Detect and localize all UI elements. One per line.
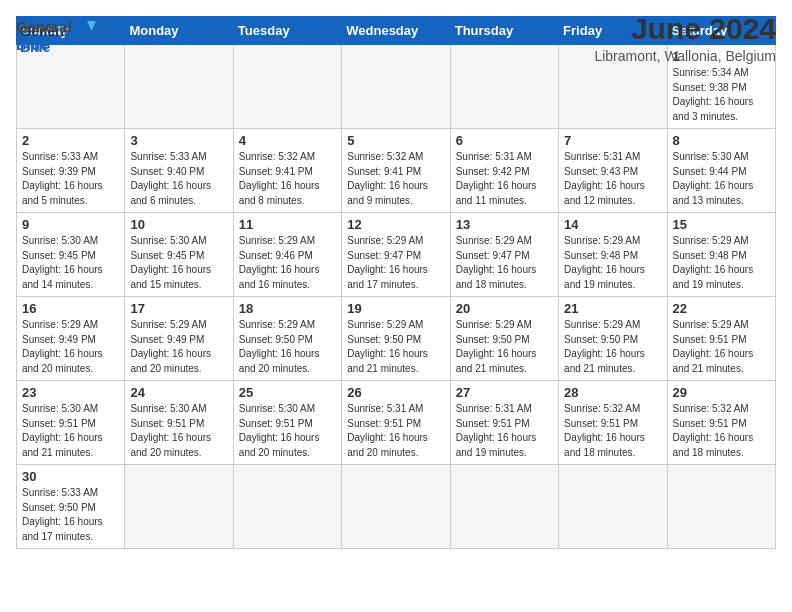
- calendar-cell: [125, 465, 233, 549]
- day-info: Sunrise: 5:29 AMSunset: 9:47 PMDaylight:…: [347, 234, 444, 292]
- day-info: Sunrise: 5:32 AMSunset: 9:41 PMDaylight:…: [239, 150, 336, 208]
- day-info: Sunrise: 5:30 AMSunset: 9:51 PMDaylight:…: [130, 402, 227, 460]
- calendar-cell: [559, 465, 667, 549]
- day-info: Sunrise: 5:29 AMSunset: 9:50 PMDaylight:…: [564, 318, 661, 376]
- calendar-cell: 30Sunrise: 5:33 AMSunset: 9:50 PMDayligh…: [17, 465, 125, 549]
- calendar-cell: 4Sunrise: 5:32 AMSunset: 9:41 PMDaylight…: [233, 129, 341, 213]
- day-info: Sunrise: 5:30 AMSunset: 9:45 PMDaylight:…: [22, 234, 119, 292]
- header-day-thursday: Thursday: [450, 17, 558, 45]
- day-number: 15: [673, 217, 770, 232]
- calendar-cell: 19Sunrise: 5:29 AMSunset: 9:50 PMDayligh…: [342, 297, 450, 381]
- calendar-cell: 11Sunrise: 5:29 AMSunset: 9:46 PMDayligh…: [233, 213, 341, 297]
- calendar-cell: [233, 45, 341, 129]
- day-number: 23: [22, 385, 119, 400]
- day-number: 2: [22, 133, 119, 148]
- day-info: Sunrise: 5:29 AMSunset: 9:49 PMDaylight:…: [22, 318, 119, 376]
- day-number: 24: [130, 385, 227, 400]
- day-info: Sunrise: 5:33 AMSunset: 9:39 PMDaylight:…: [22, 150, 119, 208]
- svg-text:General: General: [16, 18, 72, 35]
- day-info: Sunrise: 5:29 AMSunset: 9:46 PMDaylight:…: [239, 234, 336, 292]
- day-number: 6: [456, 133, 553, 148]
- calendar-cell: 20Sunrise: 5:29 AMSunset: 9:50 PMDayligh…: [450, 297, 558, 381]
- day-info: Sunrise: 5:32 AMSunset: 9:51 PMDaylight:…: [673, 402, 770, 460]
- day-info: Sunrise: 5:29 AMSunset: 9:49 PMDaylight:…: [130, 318, 227, 376]
- calendar-cell: 12Sunrise: 5:29 AMSunset: 9:47 PMDayligh…: [342, 213, 450, 297]
- day-number: 21: [564, 301, 661, 316]
- calendar-cell: [342, 465, 450, 549]
- day-info: Sunrise: 5:34 AMSunset: 9:38 PMDaylight:…: [673, 66, 770, 124]
- day-number: 29: [673, 385, 770, 400]
- calendar-cell: 17Sunrise: 5:29 AMSunset: 9:49 PMDayligh…: [125, 297, 233, 381]
- day-info: Sunrise: 5:29 AMSunset: 9:48 PMDaylight:…: [564, 234, 661, 292]
- day-info: Sunrise: 5:32 AMSunset: 9:51 PMDaylight:…: [564, 402, 661, 460]
- header-day-monday: Monday: [125, 17, 233, 45]
- day-info: Sunrise: 5:30 AMSunset: 9:51 PMDaylight:…: [239, 402, 336, 460]
- day-number: 12: [347, 217, 444, 232]
- day-info: Sunrise: 5:31 AMSunset: 9:42 PMDaylight:…: [456, 150, 553, 208]
- calendar-cell: 27Sunrise: 5:31 AMSunset: 9:51 PMDayligh…: [450, 381, 558, 465]
- calendar-cell: 8Sunrise: 5:30 AMSunset: 9:44 PMDaylight…: [667, 129, 775, 213]
- day-info: Sunrise: 5:31 AMSunset: 9:43 PMDaylight:…: [564, 150, 661, 208]
- day-info: Sunrise: 5:29 AMSunset: 9:50 PMDaylight:…: [239, 318, 336, 376]
- logo-svg: General Blue: [16, 14, 96, 58]
- day-number: 27: [456, 385, 553, 400]
- svg-marker-11: [87, 21, 96, 31]
- svg-text:Blue: Blue: [16, 36, 49, 53]
- calendar-cell: 25Sunrise: 5:30 AMSunset: 9:51 PMDayligh…: [233, 381, 341, 465]
- day-number: 13: [456, 217, 553, 232]
- day-number: 28: [564, 385, 661, 400]
- calendar-cell: 6Sunrise: 5:31 AMSunset: 9:42 PMDaylight…: [450, 129, 558, 213]
- calendar-cell: 15Sunrise: 5:29 AMSunset: 9:48 PMDayligh…: [667, 213, 775, 297]
- calendar-cell: 22Sunrise: 5:29 AMSunset: 9:51 PMDayligh…: [667, 297, 775, 381]
- main-title: June 2024: [594, 12, 776, 46]
- day-info: Sunrise: 5:30 AMSunset: 9:45 PMDaylight:…: [130, 234, 227, 292]
- day-number: 17: [130, 301, 227, 316]
- title-block: June 2024 Libramont, Wallonia, Belgium: [594, 12, 776, 64]
- calendar-cell: [667, 465, 775, 549]
- calendar-table: SundayMondayTuesdayWednesdayThursdayFrid…: [16, 16, 776, 549]
- day-number: 19: [347, 301, 444, 316]
- logo-container: General Blue: [16, 14, 96, 62]
- day-number: 14: [564, 217, 661, 232]
- calendar-cell: 23Sunrise: 5:30 AMSunset: 9:51 PMDayligh…: [17, 381, 125, 465]
- calendar-cell: [450, 465, 558, 549]
- day-info: Sunrise: 5:29 AMSunset: 9:51 PMDaylight:…: [673, 318, 770, 376]
- calendar-cell: 14Sunrise: 5:29 AMSunset: 9:48 PMDayligh…: [559, 213, 667, 297]
- day-number: 18: [239, 301, 336, 316]
- calendar-cell: 18Sunrise: 5:29 AMSunset: 9:50 PMDayligh…: [233, 297, 341, 381]
- day-number: 7: [564, 133, 661, 148]
- calendar-cell: 26Sunrise: 5:31 AMSunset: 9:51 PMDayligh…: [342, 381, 450, 465]
- header-day-tuesday: Tuesday: [233, 17, 341, 45]
- calendar-cell: 5Sunrise: 5:32 AMSunset: 9:41 PMDaylight…: [342, 129, 450, 213]
- week-row-6: 30Sunrise: 5:33 AMSunset: 9:50 PMDayligh…: [17, 465, 776, 549]
- calendar-cell: 16Sunrise: 5:29 AMSunset: 9:49 PMDayligh…: [17, 297, 125, 381]
- day-info: Sunrise: 5:33 AMSunset: 9:40 PMDaylight:…: [130, 150, 227, 208]
- day-number: 16: [22, 301, 119, 316]
- day-number: 22: [673, 301, 770, 316]
- day-number: 4: [239, 133, 336, 148]
- week-row-5: 23Sunrise: 5:30 AMSunset: 9:51 PMDayligh…: [17, 381, 776, 465]
- calendar-cell: 10Sunrise: 5:30 AMSunset: 9:45 PMDayligh…: [125, 213, 233, 297]
- day-number: 8: [673, 133, 770, 148]
- day-number: 26: [347, 385, 444, 400]
- day-number: 30: [22, 469, 119, 484]
- calendar-cell: [233, 465, 341, 549]
- calendar-cell: 7Sunrise: 5:31 AMSunset: 9:43 PMDaylight…: [559, 129, 667, 213]
- calendar-cell: 9Sunrise: 5:30 AMSunset: 9:45 PMDaylight…: [17, 213, 125, 297]
- week-row-3: 9Sunrise: 5:30 AMSunset: 9:45 PMDaylight…: [17, 213, 776, 297]
- calendar-cell: 21Sunrise: 5:29 AMSunset: 9:50 PMDayligh…: [559, 297, 667, 381]
- calendar-cell: 24Sunrise: 5:30 AMSunset: 9:51 PMDayligh…: [125, 381, 233, 465]
- location-subtitle: Libramont, Wallonia, Belgium: [594, 48, 776, 64]
- day-number: 25: [239, 385, 336, 400]
- calendar-cell: 3Sunrise: 5:33 AMSunset: 9:40 PMDaylight…: [125, 129, 233, 213]
- day-info: Sunrise: 5:29 AMSunset: 9:50 PMDaylight:…: [347, 318, 444, 376]
- day-info: Sunrise: 5:29 AMSunset: 9:48 PMDaylight:…: [673, 234, 770, 292]
- day-info: Sunrise: 5:30 AMSunset: 9:51 PMDaylight:…: [22, 402, 119, 460]
- day-info: Sunrise: 5:29 AMSunset: 9:47 PMDaylight:…: [456, 234, 553, 292]
- calendar-cell: [342, 45, 450, 129]
- calendar-body: 1Sunrise: 5:34 AMSunset: 9:38 PMDaylight…: [17, 45, 776, 549]
- week-row-2: 2Sunrise: 5:33 AMSunset: 9:39 PMDaylight…: [17, 129, 776, 213]
- day-number: 5: [347, 133, 444, 148]
- header-day-wednesday: Wednesday: [342, 17, 450, 45]
- day-info: Sunrise: 5:32 AMSunset: 9:41 PMDaylight:…: [347, 150, 444, 208]
